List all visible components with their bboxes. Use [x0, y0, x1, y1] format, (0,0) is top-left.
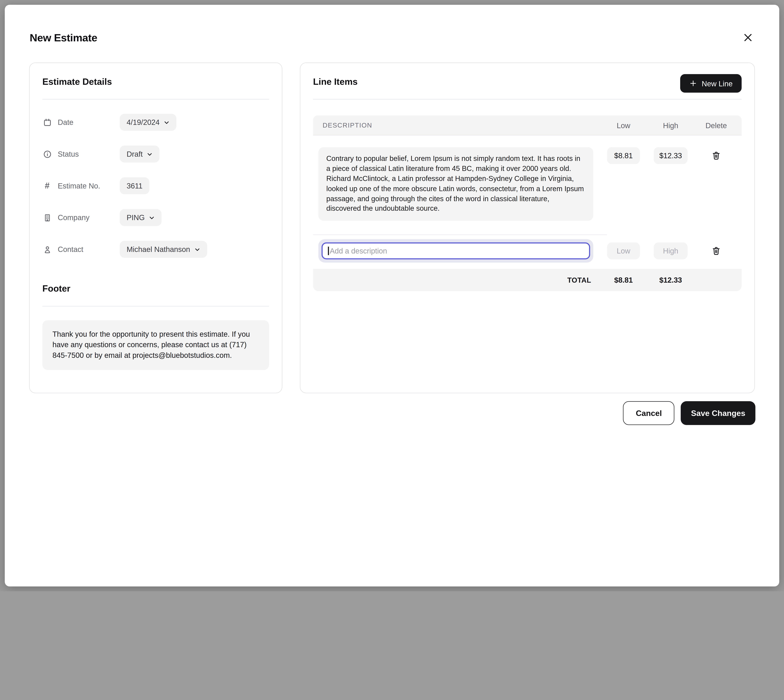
field-label: Company	[58, 213, 89, 222]
line-items-card: Line Items New Line DESCRIPTION Low High	[300, 63, 755, 393]
column-header-high: High	[654, 121, 687, 129]
close-button[interactable]	[741, 30, 756, 45]
footer-textbox[interactable]: Thank you for the opportunity to present…	[42, 320, 269, 370]
field-row-date: Date 4/19/2024	[42, 113, 269, 131]
plus-icon	[689, 80, 697, 87]
date-select[interactable]: 4/19/2024	[120, 114, 177, 131]
dialog-actions: Cancel Save Changes	[623, 401, 756, 425]
divider	[42, 99, 269, 100]
estimate-no-field[interactable]: 3611	[120, 177, 150, 194]
chevron-down-icon	[164, 119, 170, 125]
row-separator	[313, 235, 607, 235]
page-title: New Estimate	[30, 31, 97, 44]
trash-icon	[711, 249, 721, 257]
close-icon	[742, 37, 753, 45]
info-icon	[42, 149, 52, 159]
line-item-description[interactable]: Contrary to popular belief, Lorem Ipsum …	[318, 147, 593, 221]
field-row-contact: Contact Michael Nathanson	[42, 240, 269, 258]
table-header-row: DESCRIPTION Low High Delete	[313, 115, 742, 135]
total-label: TOTAL	[318, 276, 593, 284]
footer-text: Thank you for the opportunity to present…	[52, 330, 250, 359]
total-low: $8.81	[607, 276, 640, 284]
chevron-down-icon	[149, 215, 155, 220]
estimate-details-card: Estimate Details Date 4/19/2024	[29, 63, 283, 393]
table-row: Contrary to popular belief, Lorem Ipsum …	[313, 147, 742, 221]
field-row-company: Company PING	[42, 208, 269, 227]
status-select[interactable]: Draft	[120, 145, 160, 162]
estimate-fields: Date 4/19/2024 Status	[42, 113, 269, 258]
person-icon	[42, 245, 52, 254]
line-item-low-value[interactable]: $8.81	[607, 147, 640, 164]
new-estimate-modal: New Estimate Estimate Details	[5, 5, 779, 587]
field-label: Contact	[58, 245, 83, 253]
calendar-icon	[42, 118, 52, 127]
footer-heading: Footer	[42, 283, 269, 295]
cancel-button[interactable]: Cancel	[623, 401, 675, 425]
column-header-description: DESCRIPTION	[318, 122, 593, 129]
description-input[interactable]: Add a description	[322, 243, 590, 260]
line-item-high-value[interactable]: $12.33	[654, 147, 687, 164]
new-line-item-row: Add a description Low High	[313, 239, 742, 263]
contact-select[interactable]: Michael Nathanson	[120, 241, 207, 258]
high-input[interactable]: High	[654, 243, 687, 260]
description-placeholder: Add a description	[330, 247, 387, 255]
modal-header: New Estimate	[5, 5, 779, 45]
description-input-focus-ring: Add a description	[318, 239, 593, 263]
estimate-details-heading: Estimate Details	[42, 76, 269, 88]
hash-icon: #	[42, 181, 52, 190]
page-backdrop: New Estimate Estimate Details	[0, 0, 784, 591]
column-header-delete: Delete	[701, 121, 731, 129]
low-input[interactable]: Low	[607, 243, 640, 260]
field-label: Date	[58, 118, 74, 127]
new-line-button[interactable]: New Line	[680, 74, 742, 93]
field-label: Status	[58, 150, 79, 158]
field-label: Estimate No.	[58, 182, 100, 190]
company-select[interactable]: PING	[120, 209, 162, 226]
field-row-status: Status Draft	[42, 145, 269, 163]
divider	[313, 99, 742, 100]
save-button[interactable]: Save Changes	[681, 401, 756, 425]
chevron-down-icon	[194, 247, 200, 252]
text-cursor	[328, 247, 329, 255]
divider	[42, 306, 269, 307]
line-items-heading: Line Items	[313, 76, 358, 88]
delete-new-row-button[interactable]	[711, 246, 721, 256]
chevron-down-icon	[147, 151, 153, 157]
column-header-low: Low	[607, 121, 640, 129]
line-items-table: DESCRIPTION Low High Delete Contrary to …	[313, 115, 742, 291]
field-row-estimate-no: # Estimate No. 3611	[42, 177, 269, 195]
trash-icon	[711, 154, 721, 162]
building-icon	[42, 213, 52, 222]
total-row: TOTAL $8.81 $12.33	[313, 269, 742, 291]
delete-row-button[interactable]	[711, 151, 721, 160]
total-high: $12.33	[654, 276, 687, 284]
